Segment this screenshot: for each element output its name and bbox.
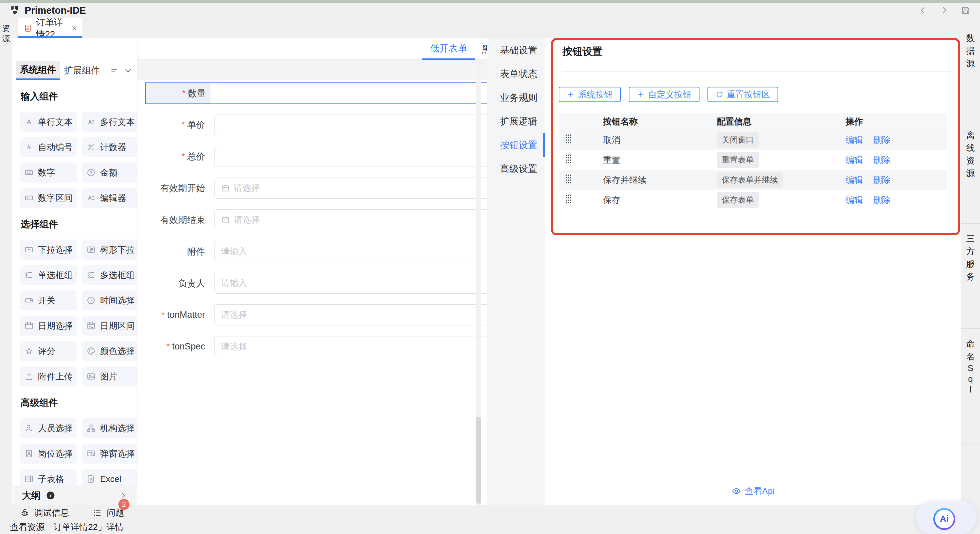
edit-link[interactable]: 编辑 (846, 195, 863, 205)
delete-link[interactable]: 删除 (873, 175, 891, 185)
chevron-down-icon[interactable] (124, 66, 132, 75)
delete-link[interactable]: 删除 (873, 195, 891, 205)
component-panel: 系统组件扩展组件 输入组件单行文本多行文本#自动编号计数器123数字¥金额1~3… (13, 38, 137, 486)
svg-text:#: # (27, 143, 31, 150)
editor-tab-0[interactable]: 订单详情22× (18, 18, 83, 38)
component-tile-label: 子表格 (38, 473, 64, 485)
number-range-icon: 1~3 (24, 193, 34, 202)
component-tile-rating[interactable]: 评分 (20, 341, 77, 361)
save-icon[interactable] (961, 5, 970, 15)
field-placeholder: 请选择 (221, 309, 247, 321)
bottom-toolbar: 调试信息 问题 2 (0, 505, 961, 520)
edit-link[interactable]: 编辑 (846, 175, 863, 185)
component-tile-image[interactable]: 图片 (82, 367, 137, 386)
component-tile-auto-number[interactable]: #自动编号 (20, 137, 77, 157)
component-tile-number[interactable]: 123数字 (20, 163, 77, 183)
field-input[interactable]: 请输入 (215, 241, 487, 262)
field-label: 附件 (145, 245, 210, 258)
component-tile-excel[interactable]: Excel (82, 469, 137, 486)
toolbar-button-0[interactable]: 系统按钮 (559, 87, 621, 102)
right-rail-item-1[interactable]: 离线资源 (961, 120, 980, 224)
settings-nav-item-1[interactable]: 表单状态 (487, 62, 545, 86)
settings-nav-item-2[interactable]: 业务规则 (487, 86, 545, 110)
component-tile-date-range[interactable]: 日期区间 (82, 316, 137, 336)
drag-handle-icon[interactable] (564, 174, 573, 184)
currency-icon: ¥ (86, 168, 96, 177)
component-tile-currency[interactable]: ¥金额 (82, 163, 137, 183)
close-icon[interactable]: × (72, 24, 77, 33)
component-tile-textarea[interactable]: 多行文本 (82, 112, 137, 132)
component-tab-1[interactable]: 扩展组件 (60, 61, 104, 80)
right-rail-item-3[interactable]: 命名Sql (961, 329, 980, 444)
component-tile-label: 数字区间 (38, 192, 73, 204)
delete-link[interactable]: 删除 (873, 135, 891, 145)
edit-link[interactable]: 编辑 (846, 155, 863, 165)
view-api-link[interactable]: 查看Api (732, 485, 775, 497)
component-tile-label: 数字 (38, 167, 56, 179)
component-tile-time-picker[interactable]: 时间选择 (82, 290, 137, 310)
component-tile-switch[interactable]: 开关 (20, 290, 77, 310)
field-input[interactable] (215, 114, 487, 135)
field-input[interactable]: 请选择 (215, 209, 487, 230)
canvas-tab-1[interactable]: 黑 (482, 38, 487, 60)
component-tile-label: 颜色选择 (100, 346, 135, 357)
canvas-scrollbar-thumb[interactable] (476, 417, 481, 504)
component-tile-sub-table[interactable]: 子表格 (20, 469, 77, 486)
settings-nav-item-5[interactable]: 高级设置 (487, 157, 545, 180)
drag-handle-icon[interactable] (564, 154, 573, 164)
plus-icon (637, 91, 645, 99)
edit-link[interactable]: 编辑 (846, 135, 863, 145)
field-input[interactable]: 请选择 (215, 177, 487, 199)
field-input[interactable] (215, 146, 487, 167)
form-field-selected[interactable]: *数量 (145, 83, 487, 104)
component-tile-popup-picker[interactable]: 弹窗选择 (82, 443, 137, 464)
delete-link[interactable]: 删除 (873, 155, 891, 165)
debug-info-button[interactable]: 调试信息 (20, 507, 69, 519)
color-picker-icon (86, 346, 96, 356)
back-icon[interactable] (918, 5, 928, 15)
settings-nav-item-3[interactable]: 扩展逻辑 (487, 110, 545, 133)
component-tile-radio-group[interactable]: 单选框组 (20, 265, 77, 285)
component-tile-checkbox-group[interactable]: 多选框组 (82, 265, 137, 285)
radio-group-icon (24, 270, 34, 280)
component-tile-date-picker[interactable]: 日期选择 (20, 316, 77, 336)
field-label: *数量 (146, 83, 210, 104)
component-tile-upload[interactable]: 附件上传 (20, 367, 77, 386)
outline-row[interactable]: 大纲 i (13, 486, 137, 505)
component-tile-person-picker[interactable]: 人员选择 (20, 418, 77, 438)
ai-assistant-button[interactable]: Ai (933, 508, 955, 530)
component-tile-number-range[interactable]: 1~3数字区间 (20, 188, 77, 208)
panel-menu-icon[interactable] (110, 66, 118, 75)
settings-nav-item-0[interactable]: 基础设置 (487, 38, 545, 62)
canvas-tab-0[interactable]: 低开表单 (422, 38, 475, 60)
problems-badge: 2 (118, 499, 129, 510)
field-input[interactable]: 请选择 (215, 304, 487, 325)
component-tab-0[interactable]: 系统组件 (16, 61, 60, 80)
component-tile-color-picker[interactable]: 颜色选择 (82, 341, 137, 361)
component-tile-label: 岗位选择 (38, 448, 73, 459)
right-rail-item-2[interactable]: 三方服务 (961, 224, 980, 329)
component-tile-tree-select[interactable]: 树形下拉 (82, 240, 137, 260)
forward-icon[interactable] (939, 5, 949, 15)
component-tile-post-picker[interactable]: 岗位选择 (20, 443, 77, 464)
right-rail-item-0[interactable]: 数据源 (961, 18, 980, 120)
field-input[interactable]: 请输入 (215, 273, 487, 294)
required-asterisk: * (181, 151, 185, 161)
settings-nav-item-4[interactable]: 按钮设置 (487, 133, 545, 157)
toolbar-button-1[interactable]: 自定义按钮 (629, 87, 700, 102)
component-tile-rich-editor[interactable]: 编辑器 (82, 188, 137, 208)
component-tile-text-field[interactable]: 单行文本 (20, 112, 77, 132)
active-tab-indicator (18, 36, 83, 38)
component-tile-counter[interactable]: 计数器 (82, 137, 137, 157)
component-tile-org-picker[interactable]: 机构选择 (82, 418, 137, 438)
field-input[interactable]: 请选择 (215, 336, 487, 357)
resource-rail-tab[interactable]: 资源 (0, 18, 12, 44)
field-placeholder: 请选择 (234, 182, 260, 194)
drag-handle-icon[interactable] (564, 134, 573, 144)
drag-handle-icon[interactable] (564, 194, 573, 204)
problems-button[interactable]: 问题 2 (92, 507, 124, 519)
toolbar-button-2[interactable]: 重置按钮区 (708, 87, 778, 102)
chevron-right-icon[interactable] (119, 492, 127, 500)
field-input[interactable] (210, 83, 487, 104)
component-tile-dropdown[interactable]: 下拉选择 (20, 240, 77, 260)
